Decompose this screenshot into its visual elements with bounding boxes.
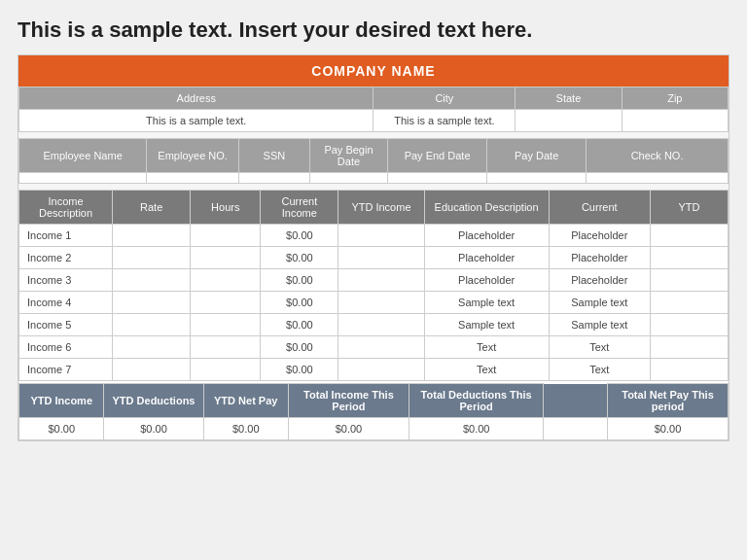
income-row-3: Income 3 $0.00 Placeholder Placeholder bbox=[19, 269, 729, 292]
income-row-5: Income 5 $0.00 Sample text Sample text bbox=[19, 314, 729, 336]
state-header: State bbox=[516, 88, 622, 110]
income-6-edu-desc: Text bbox=[424, 336, 549, 359]
ssn-value bbox=[238, 173, 309, 184]
income-3-ytd bbox=[338, 269, 424, 292]
income-desc-header: Income Description bbox=[19, 191, 113, 225]
income-row-1: Income 1 $0.00 Placeholder Placeholder bbox=[19, 225, 729, 247]
state-value bbox=[516, 110, 622, 132]
rate-header: Rate bbox=[113, 191, 191, 225]
income-6-rate bbox=[113, 336, 191, 359]
address-header: Address bbox=[19, 88, 374, 110]
income-2-edu-desc: Placeholder bbox=[424, 247, 549, 269]
check-no-header: Check NO. bbox=[587, 139, 729, 173]
income-3-hours bbox=[191, 269, 261, 292]
footer-table: YTD Income YTD Deductions YTD Net Pay To… bbox=[18, 383, 729, 440]
current-income-header: Current Income bbox=[261, 191, 338, 225]
income-4-edu-current: Sample text bbox=[549, 292, 650, 314]
income-6-current: $0.00 bbox=[261, 336, 338, 359]
income-2-current: $0.00 bbox=[261, 247, 338, 269]
income-5-current: $0.00 bbox=[261, 314, 338, 336]
income-1-rate bbox=[113, 225, 191, 247]
income-3-edu-current: Placeholder bbox=[549, 269, 650, 292]
hours-header: Hours bbox=[191, 191, 261, 225]
income-1-current: $0.00 bbox=[261, 225, 338, 247]
income-2-hours bbox=[191, 247, 261, 269]
income-table: Income Description Rate Hours Current In… bbox=[18, 190, 729, 381]
footer-total-income-value: $0.00 bbox=[288, 418, 409, 440]
pay-begin-value bbox=[309, 173, 387, 184]
income-1-edu-current: Placeholder bbox=[549, 225, 650, 247]
income-5-edu-current: Sample text bbox=[549, 314, 650, 336]
income-4-ytd bbox=[338, 292, 424, 314]
income-5-hours bbox=[191, 314, 261, 336]
footer-total-net-pay-value: $0.00 bbox=[608, 418, 729, 440]
footer-ytd-net-pay-header: YTD Net Pay bbox=[203, 384, 288, 418]
income-1-ytd bbox=[338, 225, 424, 247]
footer-separator-value bbox=[544, 418, 608, 440]
footer-data-row: $0.00 $0.00 $0.00 $0.00 $0.00 $0.00 bbox=[19, 418, 729, 440]
address-value: This is a sample text. bbox=[19, 110, 374, 132]
pay-date-header: Pay Date bbox=[487, 139, 587, 173]
pay-stub-container: COMPANY NAME Address City State Zip This… bbox=[18, 54, 729, 441]
income-6-hours bbox=[191, 336, 261, 359]
income-4-hours bbox=[191, 292, 261, 314]
income-3-current: $0.00 bbox=[261, 269, 338, 292]
income-1-edu-ytd bbox=[650, 225, 728, 247]
income-6-ytd bbox=[338, 336, 424, 359]
income-7-ytd bbox=[338, 359, 424, 381]
income-row-7: Income 7 $0.00 Text Text bbox=[19, 359, 729, 381]
zip-value bbox=[622, 110, 728, 132]
footer-total-deductions-value: $0.00 bbox=[409, 418, 544, 440]
income-3-rate bbox=[113, 269, 191, 292]
income-2-rate bbox=[113, 247, 191, 269]
pay-end-value bbox=[388, 173, 487, 184]
employee-no-value bbox=[147, 173, 239, 184]
income-2-edu-ytd bbox=[650, 247, 728, 269]
income-1-hours bbox=[191, 225, 261, 247]
ytd-income-header: YTD Income bbox=[338, 191, 424, 225]
income-row-6: Income 6 $0.00 Text Text bbox=[19, 336, 729, 359]
income-4-edu-desc: Sample text bbox=[424, 292, 549, 314]
footer-separator bbox=[544, 384, 608, 418]
income-3-label: Income 3 bbox=[19, 269, 113, 292]
income-7-label: Income 7 bbox=[19, 359, 113, 381]
address-table: Address City State Zip This is a sample … bbox=[18, 87, 729, 132]
income-1-label: Income 1 bbox=[19, 225, 113, 247]
footer-ytd-deductions-header: YTD Deductions bbox=[104, 384, 203, 418]
footer-ytd-income-value: $0.00 bbox=[19, 418, 104, 440]
income-4-edu-ytd bbox=[650, 292, 728, 314]
footer-total-deductions-header: Total Deductions This Period bbox=[409, 384, 544, 418]
footer-total-net-pay-header: Total Net Pay This period bbox=[608, 384, 729, 418]
edu-desc-header: Education Description bbox=[424, 191, 549, 225]
pay-date-value bbox=[487, 173, 587, 184]
income-6-label: Income 6 bbox=[19, 336, 113, 359]
check-no-value bbox=[587, 173, 729, 184]
company-name: COMPANY NAME bbox=[18, 55, 729, 87]
income-2-edu-current: Placeholder bbox=[549, 247, 650, 269]
page-title: This is a sample text. Insert your desir… bbox=[18, 18, 729, 43]
income-row-2: Income 2 $0.00 Placeholder Placeholder bbox=[19, 247, 729, 269]
income-3-edu-desc: Placeholder bbox=[424, 269, 549, 292]
income-7-current: $0.00 bbox=[261, 359, 338, 381]
income-4-rate bbox=[113, 292, 191, 314]
city-header: City bbox=[374, 88, 516, 110]
income-4-label: Income 4 bbox=[19, 292, 113, 314]
income-3-edu-ytd bbox=[650, 269, 728, 292]
employee-table: Employee Name Employee NO. SSN Pay Begin… bbox=[18, 138, 729, 184]
income-2-label: Income 2 bbox=[19, 247, 113, 269]
income-4-current: $0.00 bbox=[261, 292, 338, 314]
income-7-rate bbox=[113, 359, 191, 381]
footer-ytd-income-header: YTD Income bbox=[19, 384, 104, 418]
income-5-ytd bbox=[338, 314, 424, 336]
income-5-edu-ytd bbox=[650, 314, 728, 336]
city-value: This is a sample text. bbox=[374, 110, 516, 132]
pay-end-header: Pay End Date bbox=[388, 139, 487, 173]
ytd-header: YTD bbox=[650, 191, 728, 225]
footer-total-income-header: Total Income This Period bbox=[288, 384, 409, 418]
footer-ytd-deductions-value: $0.00 bbox=[104, 418, 203, 440]
income-row-4: Income 4 $0.00 Sample text Sample text bbox=[19, 292, 729, 314]
income-2-ytd bbox=[338, 247, 424, 269]
income-7-hours bbox=[191, 359, 261, 381]
zip-header: Zip bbox=[622, 88, 728, 110]
employee-no-header: Employee NO. bbox=[147, 139, 239, 173]
